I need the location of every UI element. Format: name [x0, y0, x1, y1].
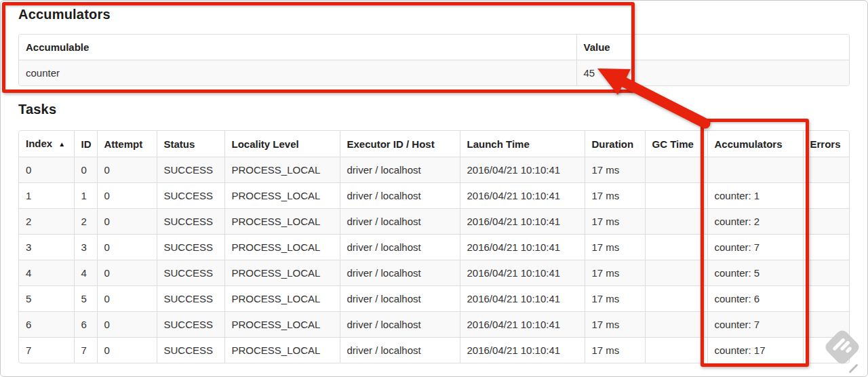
- accumulable-value-cell: 45: [576, 60, 849, 86]
- attempt-cell: 0: [97, 183, 157, 209]
- errors-cell: [803, 157, 849, 183]
- index-cell: 0: [19, 157, 74, 183]
- index-column-header[interactable]: Index▲: [19, 131, 74, 157]
- gc-time-cell: [645, 260, 707, 286]
- accumulator-row: counter 45: [19, 60, 849, 86]
- executor-cell: driver / localhost: [340, 312, 460, 338]
- launch-time-cell: 2016/04/21 10:10:41: [460, 286, 585, 312]
- id-cell: 4: [74, 260, 97, 286]
- attempt-cell: 0: [97, 312, 157, 338]
- locality-cell: PROCESS_LOCAL: [224, 338, 340, 363]
- gc-time-cell: [645, 157, 707, 183]
- executor-cell: driver / localhost: [340, 157, 460, 183]
- locality-cell: PROCESS_LOCAL: [224, 183, 340, 209]
- executor-cell: driver / localhost: [340, 235, 460, 260]
- accumulators-column-header[interactable]: Accumulators: [707, 131, 803, 157]
- task-row-4: 4 4 0 SUCCESS PROCESS_LOCAL driver / loc…: [19, 260, 849, 286]
- id-cell: 7: [74, 338, 97, 363]
- errors-cell: [803, 235, 849, 260]
- task-row-5: 5 5 0 SUCCESS PROCESS_LOCAL driver / loc…: [19, 286, 849, 312]
- launch-time-cell: 2016/04/21 10:10:41: [460, 183, 585, 209]
- duration-cell: 17 ms: [585, 312, 645, 338]
- duration-cell: 17 ms: [585, 157, 645, 183]
- status-cell: SUCCESS: [157, 286, 224, 312]
- index-cell: 2: [19, 209, 74, 235]
- id-cell: 2: [74, 209, 97, 235]
- executor-id-host-column-header[interactable]: Executor ID / Host: [340, 131, 460, 157]
- gc-time-cell: [645, 209, 707, 235]
- attempt-cell: 0: [97, 235, 157, 260]
- accumulators-cell: counter: 5: [707, 260, 803, 286]
- task-row-3: 3 3 0 SUCCESS PROCESS_LOCAL driver / loc…: [19, 235, 849, 260]
- index-cell: 4: [19, 260, 74, 286]
- attempt-cell: 0: [97, 260, 157, 286]
- id-cell: 3: [74, 235, 97, 260]
- locality-level-column-header[interactable]: Locality Level: [224, 131, 340, 157]
- index-cell: 3: [19, 235, 74, 260]
- tasks-header-row: Index▲ ID Attempt Status Locality Level …: [19, 131, 849, 157]
- accumulators-cell: [707, 157, 803, 183]
- duration-cell: 17 ms: [585, 209, 645, 235]
- gc-time-column-header[interactable]: GC Time: [645, 131, 707, 157]
- launch-time-cell: 2016/04/21 10:10:41: [460, 338, 585, 363]
- status-cell: SUCCESS: [157, 260, 224, 286]
- attempt-cell: 0: [97, 286, 157, 312]
- gc-time-cell: [645, 338, 707, 363]
- duration-cell: 17 ms: [585, 286, 645, 312]
- gc-time-cell: [645, 183, 707, 209]
- accumulators-cell: counter: 1: [707, 183, 803, 209]
- locality-cell: PROCESS_LOCAL: [224, 209, 340, 235]
- status-cell: SUCCESS: [157, 312, 224, 338]
- task-row-7: 7 7 0 SUCCESS PROCESS_LOCAL driver / loc…: [19, 338, 849, 363]
- locality-cell: PROCESS_LOCAL: [224, 157, 340, 183]
- errors-column-header[interactable]: Errors: [803, 131, 849, 157]
- status-cell: SUCCESS: [157, 235, 224, 260]
- locality-cell: PROCESS_LOCAL: [224, 312, 340, 338]
- gc-time-cell: [645, 235, 707, 260]
- duration-column-header[interactable]: Duration: [585, 131, 645, 157]
- accumulators-section-title: Accumulators: [18, 7, 111, 22]
- status-column-header[interactable]: Status: [157, 131, 224, 157]
- errors-cell: [803, 286, 849, 312]
- executor-cell: driver / localhost: [340, 338, 460, 363]
- executor-cell: driver / localhost: [340, 286, 460, 312]
- status-cell: SUCCESS: [157, 157, 224, 183]
- index-cell: 7: [19, 338, 74, 363]
- attempt-cell: 0: [97, 338, 157, 363]
- id-column-header[interactable]: ID: [74, 131, 97, 157]
- errors-cell: [803, 183, 849, 209]
- status-cell: SUCCESS: [157, 338, 224, 363]
- accumulators-header-row: Accumulable Value: [19, 35, 849, 60]
- tasks-section-title: Tasks: [18, 102, 56, 117]
- errors-cell: [803, 260, 849, 286]
- accumulators-cell: counter: 7: [707, 312, 803, 338]
- attempt-cell: 0: [97, 209, 157, 235]
- launch-time-cell: 2016/04/21 10:10:41: [460, 312, 585, 338]
- tasks-table: Index▲ ID Attempt Status Locality Level …: [18, 130, 850, 363]
- locality-cell: PROCESS_LOCAL: [224, 235, 340, 260]
- executor-cell: driver / localhost: [340, 209, 460, 235]
- id-cell: 0: [74, 157, 97, 183]
- status-cell: SUCCESS: [157, 209, 224, 235]
- window-corner-mark: [848, 363, 858, 373]
- id-cell: 1: [74, 183, 97, 209]
- duration-cell: 17 ms: [585, 183, 645, 209]
- launch-time-cell: 2016/04/21 10:10:41: [460, 260, 585, 286]
- value-column-header[interactable]: Value: [576, 35, 849, 60]
- locality-cell: PROCESS_LOCAL: [224, 286, 340, 312]
- accumulable-column-header[interactable]: Accumulable: [19, 35, 576, 60]
- index-cell: 1: [19, 183, 74, 209]
- attempt-column-header[interactable]: Attempt: [97, 131, 157, 157]
- executor-cell: driver / localhost: [340, 260, 460, 286]
- accumulators-cell: counter: 2: [707, 209, 803, 235]
- index-cell: 5: [19, 286, 74, 312]
- watermark-stripe: [845, 346, 852, 354]
- task-row-6: 6 6 0 SUCCESS PROCESS_LOCAL driver / loc…: [19, 312, 849, 338]
- launch-time-column-header[interactable]: Launch Time: [460, 131, 585, 157]
- index-header-label: Index: [26, 138, 52, 149]
- gc-time-cell: [645, 312, 707, 338]
- sort-ascending-icon: ▲: [58, 140, 65, 148]
- attempt-cell: 0: [97, 157, 157, 183]
- task-row-0: 0 0 0 SUCCESS PROCESS_LOCAL driver / loc…: [19, 157, 849, 183]
- duration-cell: 17 ms: [585, 235, 645, 260]
